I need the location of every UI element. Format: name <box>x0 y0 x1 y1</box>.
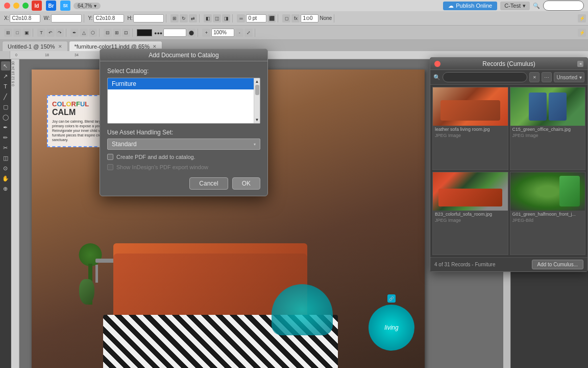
eyedropper-tool[interactable]: ⊙ <box>1 164 10 173</box>
publish-online-button[interactable]: ☁ Publish Online <box>443 2 497 10</box>
hand-tool[interactable]: ✋ <box>1 174 10 183</box>
align-center-icon[interactable]: ◫ <box>213 14 221 22</box>
view-mode-icon[interactable]: ⊞ <box>4 29 12 37</box>
align-right-icon[interactable]: ◨ <box>222 14 230 22</box>
show-indesign-row: Show InDesign's PDF export window <box>107 164 260 170</box>
type-tool-icon[interactable]: T <box>37 29 45 37</box>
color-value-input[interactable] <box>163 29 186 37</box>
zoom-group: + - ⤢ <box>200 29 255 37</box>
catalog-option-furniture[interactable]: Furniture <box>108 78 260 89</box>
rotate-icon[interactable]: ↻ <box>180 14 188 22</box>
direct-select-tool[interactable]: ↗ <box>1 72 10 81</box>
add-to-cumulus-button[interactable]: Add to Cumulus... <box>532 260 583 269</box>
x-input[interactable] <box>10 14 40 22</box>
undo-icon[interactable]: ↶ <box>46 29 55 37</box>
tab-untitled[interactable]: Untitled-1 @ 150% ✕ <box>2 41 68 51</box>
record-thumb-3 <box>433 172 508 211</box>
show-indesign-checkbox[interactable] <box>107 164 113 170</box>
pen-tool[interactable]: ✒ <box>1 123 10 132</box>
listbox-scrollbar[interactable]: ▲ ▼ <box>254 78 260 123</box>
tab-untitled-close[interactable]: ✕ <box>58 44 62 49</box>
stroke-weight-input[interactable] <box>246 14 266 22</box>
listbox-scroll-up-btn[interactable]: ▲ <box>255 79 259 84</box>
zoom-in-icon[interactable]: + <box>202 29 210 37</box>
records-filter-button[interactable]: ✕ <box>529 72 540 82</box>
y-input[interactable] <box>93 14 124 22</box>
select-tool[interactable]: ↖ <box>1 61 10 71</box>
add-document-dialog[interactable]: Add Document to Catalog Select Catalog: … <box>100 49 268 196</box>
preview-icon[interactable]: ▣ <box>22 29 31 37</box>
color-format-select[interactable]: ●●● <box>154 29 162 36</box>
global-search-icon[interactable]: 🔍 <box>533 2 540 9</box>
app-icons: Id Br St <box>32 1 70 11</box>
cloud-icon: ☁ <box>448 3 454 9</box>
listbox-scroll-thumb[interactable] <box>255 85 259 95</box>
create-pdf-checkbox[interactable] <box>107 154 113 160</box>
ok-button[interactable]: OK <box>232 177 260 190</box>
records-collapse-button[interactable]: ◂ <box>577 61 583 67</box>
tab-furniture-close[interactable]: ✕ <box>153 44 157 49</box>
color-eyedropper-icon[interactable]: ⬤ <box>187 29 195 37</box>
records-options-button[interactable]: ⋯ <box>542 72 552 82</box>
bridge-icon[interactable]: Br <box>46 1 56 11</box>
transform-icon[interactable]: ⊞ <box>170 14 179 22</box>
gradient-tool[interactable]: ◫ <box>1 153 10 163</box>
indesign-icon[interactable]: Id <box>32 1 42 11</box>
global-search-input[interactable] <box>543 1 584 11</box>
minimize-button[interactable] <box>13 3 19 9</box>
zoom-tool[interactable]: ⊕ <box>1 184 10 193</box>
asset-dropdown-arrow: ▾ <box>254 142 256 147</box>
teal-circle-element[interactable]: 🔗 living <box>369 305 414 351</box>
stroke-weight-icon[interactable]: ═ <box>237 14 245 22</box>
records-close-button[interactable] <box>434 61 440 67</box>
lightning-icon2[interactable]: ⚡ <box>578 29 586 37</box>
record-item-1[interactable]: leather sofa living room.jpg JPEG Image <box>432 87 508 170</box>
distribute-icon[interactable]: ⊞ <box>113 29 121 37</box>
opacity-input[interactable] <box>301 14 318 22</box>
object-icon[interactable]: ⊡ <box>122 29 130 37</box>
redo-icon[interactable]: ↷ <box>56 29 64 37</box>
ruler-mark-18: 18 <box>45 53 75 57</box>
path-tool-icon[interactable]: ⬡ <box>89 29 97 37</box>
records-panel[interactable]: Records (Cumulus) ◂ 🔍 ✕ ⋯ Unsorted ▾ lea… <box>430 57 588 272</box>
cancel-button[interactable]: Cancel <box>189 177 228 190</box>
h-input[interactable] <box>133 14 164 22</box>
pen-tool-icon[interactable]: ✒ <box>70 29 79 37</box>
type-tool[interactable]: T <box>1 82 10 91</box>
record-item-3[interactable]: B23_colorful_sofa_room.jpg JPEG Image <box>432 172 508 255</box>
arrange-icon[interactable]: ⊟ <box>104 29 112 37</box>
records-search-input[interactable] <box>443 72 527 82</box>
screen-mode-icon[interactable]: □ <box>13 29 21 37</box>
frame-tool[interactable]: ▢ <box>1 102 10 111</box>
listbox-scroll-down-btn[interactable]: ▼ <box>255 118 259 122</box>
zoom-out-icon[interactable]: - <box>235 29 243 37</box>
line-tool[interactable]: ╱ <box>1 92 10 101</box>
record-item-4[interactable]: G01_green_halfmoon_front_j... JPEG-Bild <box>510 172 586 255</box>
shape-tool[interactable]: ◯ <box>1 112 10 122</box>
shape-tool-icon[interactable]: △ <box>80 29 88 37</box>
fill-color-swatch[interactable] <box>137 29 152 36</box>
w-input[interactable] <box>51 14 82 22</box>
records-sort-dropdown[interactable]: Unsorted ▾ <box>554 72 584 82</box>
catalog-listbox[interactable]: Furniture ▲ ▼ <box>107 78 260 124</box>
lightning-icon[interactable]: ⚡ <box>578 14 586 22</box>
c-test-dropdown[interactable]: C-Test ▾ <box>500 2 530 10</box>
flip-icon[interactable]: ⇄ <box>189 14 197 22</box>
record-thumb-1 <box>433 87 508 126</box>
close-button[interactable] <box>4 3 10 9</box>
opacity-icon[interactable]: ◻ <box>282 14 290 22</box>
stock-icon[interactable]: St <box>60 1 70 11</box>
records-toolbar: 🔍 ✕ ⋯ Unsorted ▾ <box>430 70 587 85</box>
pencil-tool[interactable]: ✏ <box>1 133 10 142</box>
zoom-percent-input[interactable] <box>211 29 234 37</box>
maximize-button[interactable] <box>22 3 29 9</box>
zoom-fit-icon[interactable]: ⤢ <box>244 29 253 37</box>
tab-untitled-label: Untitled-1 @ 150% <box>8 43 55 50</box>
stroke-type-icon[interactable]: ⬛ <box>267 14 276 22</box>
record-item-2[interactable]: C15_green_office_chairs.jpg JPEG Image <box>510 87 586 170</box>
zoom-control[interactable]: 64,7% ▾ <box>74 3 101 9</box>
asset-handling-dropdown[interactable]: Standard ▾ <box>107 139 260 150</box>
fx-icon[interactable]: fx <box>291 14 300 22</box>
scissors-tool[interactable]: ✂ <box>1 143 10 152</box>
align-left-icon[interactable]: ◧ <box>204 14 212 22</box>
